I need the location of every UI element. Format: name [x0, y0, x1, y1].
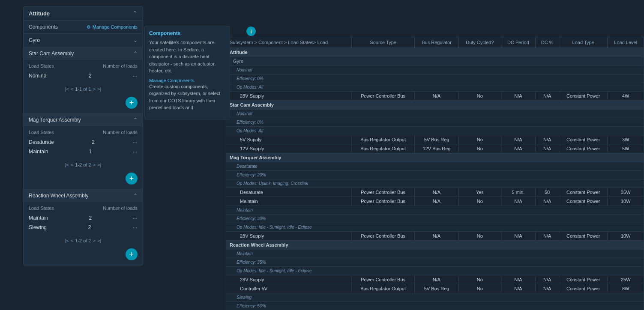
reaction-wheel-chevron-icon: ⌃ — [133, 193, 138, 199]
col-header-source-type: Source Type — [352, 37, 414, 48]
load-type-cell: Constant Power — [559, 135, 608, 144]
star-cam-pagination: |< < 1-1 of 1 > >| — [24, 84, 143, 94]
col-header-duty-cycled: Duty Cycled? — [459, 37, 501, 48]
load-type-cell: Constant Power — [559, 284, 608, 293]
table-header-row: Subsystem > Component > Load States> Loa… — [226, 37, 644, 48]
load-state-info-cell: Efficiency: 50% — [226, 302, 644, 310]
table-row: 5V Supply Bus Regulator Output 5V Bus Re… — [226, 135, 644, 144]
table-row: Desaturate — [226, 162, 644, 171]
dc-percent-cell: N/A — [536, 197, 559, 206]
source-type-cell: Bus Regulator Output — [352, 135, 414, 144]
mag-desaturate-count: 2 — [92, 139, 95, 145]
star-cam-nominal-dots[interactable]: ··· — [132, 72, 138, 79]
bus-regulator-cell: N/A — [414, 275, 458, 284]
dc-period-cell: N/A — [501, 284, 536, 293]
mag-torquer-pagination: |< < 1-2 of 2 > >| — [24, 160, 143, 170]
subsystem-cell: Attitude — [226, 48, 644, 57]
star-cam-add-button[interactable]: + — [126, 97, 138, 109]
mag-torquer-assembly-header[interactable]: Mag Torquer Assembly ⌃ — [24, 113, 143, 126]
mag-prev-page-icon[interactable]: < — [71, 162, 73, 167]
table-row: 28V Supply Power Controller Bus N/A No N… — [226, 275, 644, 284]
load-state-info-cell: Efficiency: 35% — [226, 258, 644, 267]
duty-cycled-cell: No — [459, 197, 501, 206]
load-type-cell: Constant Power — [559, 92, 608, 101]
load-name-cell[interactable]: Maintain — [226, 197, 352, 206]
source-type-cell: Power Controller Bus — [352, 232, 414, 241]
mag-next-page-icon[interactable]: > — [93, 162, 96, 167]
load-name-cell[interactable]: 28V Supply — [226, 275, 352, 284]
tooltip-components-title[interactable]: Components — [149, 30, 225, 36]
load-name-cell[interactable]: 5V Supply — [226, 135, 352, 144]
table-row: 28V Supply Power Controller Bus N/A No N… — [226, 232, 644, 241]
load-state-info-cell: Slewing — [226, 293, 644, 302]
mag-torquer-assembly-label: Mag Torquer Assembly — [29, 117, 81, 123]
load-state-info-cell: Op Modes: All — [226, 83, 644, 92]
rw-maintain-dots[interactable]: ··· — [132, 215, 138, 221]
table-row: Op Modes: All — [226, 83, 644, 92]
load-name-cell[interactable]: Controller 5V — [226, 284, 352, 293]
table-row: Gyro — [226, 57, 644, 66]
info-icon[interactable]: i — [246, 27, 256, 36]
rw-add-btn-container: + — [24, 246, 143, 265]
table-row: Reaction Wheel Assembly — [226, 241, 644, 250]
duty-cycled-cell: No — [459, 232, 501, 241]
subsystem-cell: Reaction Wheel Assembly — [226, 241, 644, 250]
rw-slewing-dots[interactable]: ··· — [132, 224, 138, 231]
mag-first-page-icon[interactable]: |< — [65, 162, 69, 167]
rw-last-page-icon[interactable]: >| — [97, 238, 101, 243]
source-type-cell: Power Controller Bus — [352, 92, 414, 101]
table-row: Op Modes: All — [226, 127, 644, 135]
rw-prev-page-icon[interactable]: < — [71, 238, 73, 243]
reaction-wheel-assembly-header[interactable]: Reaction Wheel Assembly ⌃ — [24, 189, 143, 202]
manage-components-button[interactable]: Manage Components — [87, 24, 138, 30]
first-page-icon[interactable]: |< — [65, 86, 69, 92]
table-row: Efficiency: 35% — [226, 258, 644, 267]
tooltip-manage-link[interactable]: Manage Components — [149, 78, 225, 83]
load-name-cell[interactable]: 28V Supply — [226, 232, 352, 241]
duty-cycled-cell: No — [459, 144, 501, 153]
load-name-cell[interactable]: Desaturate — [226, 188, 352, 197]
gyro-item[interactable]: Gyro ⌄ — [24, 34, 143, 47]
last-page-icon[interactable]: >| — [97, 86, 101, 92]
load-type-cell: Constant Power — [559, 197, 608, 206]
mag-torquer-add-button[interactable]: + — [126, 173, 138, 185]
gyro-label: Gyro — [29, 37, 40, 43]
table-row: Star Cam Assembly — [226, 101, 644, 110]
table-row: Maintain Power Controller Bus N/A No N/A… — [226, 197, 644, 206]
rw-first-page-icon[interactable]: |< — [65, 238, 69, 243]
rw-next-page-icon[interactable]: > — [93, 238, 96, 243]
mag-desaturate-label: Desaturate — [29, 139, 54, 145]
source-type-cell: Power Controller Bus — [352, 188, 414, 197]
table-row: Maintain — [226, 250, 644, 258]
dc-percent-cell: N/A — [536, 144, 559, 153]
mag-maintain-row: Maintain 1 ··· — [29, 147, 138, 156]
next-page-icon[interactable]: > — [93, 86, 96, 92]
load-level-cell: 35W — [608, 188, 644, 197]
load-state-info-cell: Efficiency: 30% — [226, 215, 644, 223]
dc-period-cell: N/A — [501, 197, 536, 206]
rw-add-button[interactable]: + — [126, 248, 138, 260]
rw-pagination-text: 1-2 of 2 — [75, 238, 91, 243]
load-name-cell[interactable]: 12V Supply — [226, 144, 352, 153]
mag-maintain-dots[interactable]: ··· — [132, 148, 138, 155]
star-cam-load-states: Load States Number of loads Nominal 2 ··… — [24, 60, 143, 84]
dc-period-cell: N/A — [501, 144, 536, 153]
load-state-info-cell: Op Modes: Idle - Sunlight, Idle - Eclips… — [226, 223, 644, 232]
collapse-button[interactable]: ⌃ — [132, 10, 138, 17]
star-cam-assembly-header[interactable]: Star Cam Assembly ⌃ — [24, 47, 143, 60]
mag-desaturate-dots[interactable]: ··· — [132, 139, 138, 146]
table-row: Op Modes: Idle - Sunlight, Idle - Eclips… — [226, 223, 644, 232]
duty-cycled-cell: No — [459, 135, 501, 144]
mag-last-page-icon[interactable]: >| — [97, 162, 101, 167]
load-state-info-cell: Efficiency: 0% — [226, 118, 644, 127]
reaction-wheel-assembly-label: Reaction Wheel Assembly — [29, 193, 88, 199]
bus-regulator-cell: 12V Bus Reg — [414, 144, 458, 153]
load-name-cell[interactable]: 28V Supply — [226, 92, 352, 101]
prev-page-icon[interactable]: < — [71, 86, 73, 92]
table-row: Attitude — [226, 48, 644, 57]
table-row: Efficiency: 50% — [226, 302, 644, 310]
load-state-info-cell: Nominal — [226, 110, 644, 118]
table-row: Efficiency: 0% — [226, 118, 644, 127]
load-state-info-cell: Maintain — [226, 250, 644, 258]
table-row: Maintain — [226, 206, 644, 215]
